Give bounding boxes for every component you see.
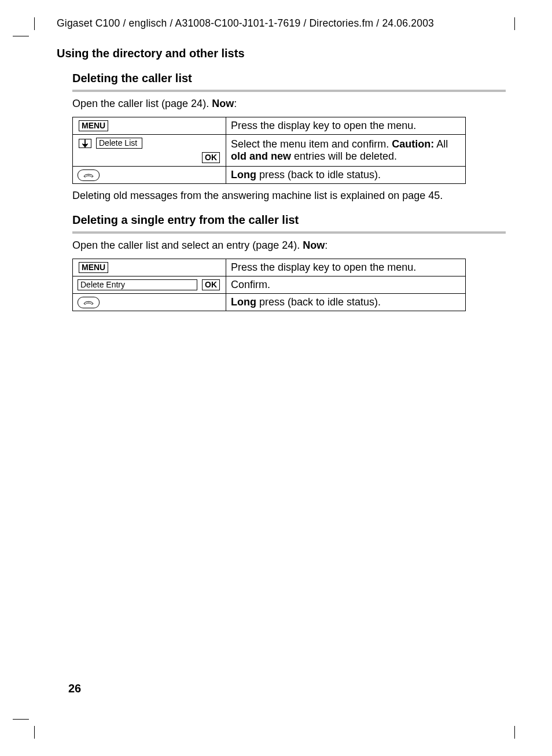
key-sequence: Delete Entry OK: [78, 279, 221, 291]
intro-tail: :: [234, 98, 237, 109]
instruction-table-2: MENU Press the display key to open the m…: [72, 259, 466, 311]
key-sequence: Delete List OK: [78, 137, 221, 164]
step-description: Long press (back to idle status).: [226, 294, 466, 311]
desc-text: Select the menu item and confirm.: [231, 138, 392, 150]
intro-bold: Now: [212, 98, 234, 109]
desc-bold: old and new: [231, 150, 291, 162]
hangup-key-icon: [78, 169, 100, 181]
table-row: Long press (back to idle status).: [73, 294, 466, 311]
intro-bold: Now: [303, 239, 325, 251]
ok-key: OK: [202, 279, 220, 290]
desc-text: entries will be deleted.: [291, 150, 397, 162]
step-description: Long press (back to idle status).: [226, 167, 466, 184]
step-description: Press the display key to open the menu.: [226, 117, 466, 135]
content-area: Deleting the caller list Open the caller…: [72, 72, 506, 311]
intro-plain: Open the caller list and select an entry…: [72, 239, 303, 251]
table-row: MENU Press the display key to open the m…: [73, 259, 466, 276]
table-row: Long press (back to idle status).: [73, 167, 466, 184]
down-arrow-key: [79, 139, 91, 148]
crop-mark: [13, 36, 29, 36]
step-description: Select the menu item and confirm. Cautio…: [226, 135, 466, 167]
manual-page: Gigaset C100 / englisch / A31008-C100-J1…: [0, 0, 552, 756]
header-path: Gigaset C100 / englisch / A31008-C100-J1…: [57, 17, 506, 29]
menu-item-label: Delete List: [96, 138, 142, 149]
crop-mark: [34, 17, 35, 30]
instruction-table-1: MENU Press the display key to open the m…: [72, 117, 466, 184]
desc-bold: Long: [231, 296, 256, 308]
page-number: 26: [68, 682, 81, 695]
section-title: Using the directory and other lists: [57, 47, 506, 60]
intro-text: Open the caller list (page 24). Now:: [72, 98, 506, 110]
ok-key: OK: [202, 152, 220, 163]
step-description: Press the display key to open the menu.: [226, 259, 466, 276]
menu-key: MENU: [79, 120, 108, 131]
desc-text: press (back to idle status).: [256, 296, 381, 308]
desc-bold: Caution:: [392, 138, 434, 150]
menu-key: MENU: [79, 262, 108, 273]
intro-text: Open the caller list and select an entry…: [72, 239, 506, 252]
intro-tail: :: [325, 239, 327, 251]
crop-mark: [514, 726, 515, 739]
crop-mark: [13, 719, 29, 720]
table-row: MENU Press the display key to open the m…: [73, 117, 466, 135]
table-row: Delete Entry OK Confirm.: [73, 276, 466, 294]
table-row: Delete List OK Select the menu item and …: [73, 135, 466, 167]
desc-text: press (back to idle status).: [256, 169, 381, 180]
hangup-key-icon: [78, 297, 100, 308]
divider: [72, 231, 506, 234]
footnote-text: Deleting old messages from the answering…: [72, 190, 506, 202]
desc-bold: Long: [231, 169, 256, 180]
subheading-delete-single-entry: Deleting a single entry from the caller …: [72, 213, 506, 227]
menu-item-label: Delete Entry: [78, 279, 197, 290]
subheading-delete-caller-list: Deleting the caller list: [72, 72, 506, 85]
crop-mark: [514, 17, 515, 30]
step-description: Confirm.: [226, 276, 466, 294]
divider: [72, 90, 506, 92]
desc-text: All: [434, 138, 448, 150]
crop-mark: [34, 726, 35, 739]
intro-plain: Open the caller list (page 24).: [72, 98, 212, 109]
